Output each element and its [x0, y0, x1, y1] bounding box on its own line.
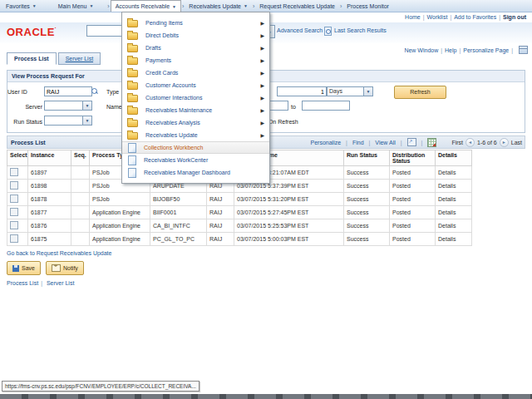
menu-item-credit-cards[interactable]: Credit Cards▶: [122, 66, 269, 79]
process-name-link[interactable]: BIJOBF50: [150, 193, 207, 206]
menu-item-customer-accounts[interactable]: Customer Accounts▶: [122, 79, 269, 91]
previous-page-icon[interactable]: ◂: [466, 138, 475, 147]
advanced-search-link[interactable]: Advanced Search: [277, 27, 323, 33]
row-select-checkbox[interactable]: [10, 168, 18, 176]
worklist-link[interactable]: Worklist: [427, 14, 448, 20]
menu-item-payments[interactable]: Payments▶: [122, 54, 269, 66]
pagination-first-label: First: [451, 140, 463, 145]
instance-to-input[interactable]: [302, 101, 350, 111]
breadcrumb-separator: ›: [340, 3, 342, 9]
menu-item-receivables-analysis[interactable]: Receivables Analysis▶: [122, 116, 269, 129]
sign-out-link[interactable]: Sign out: [503, 14, 526, 20]
submenu-arrow-icon: ▶: [260, 70, 264, 76]
details-link[interactable]: Details: [436, 206, 472, 219]
personalize-link[interactable]: Personalize: [311, 140, 342, 145]
view-all-link[interactable]: View All: [375, 140, 395, 145]
process-monitor-page: Favorites▼ Main Menu▼ › Accounts Receiva…: [0, 0, 532, 399]
details-link[interactable]: Details: [436, 180, 472, 193]
row-select-checkbox[interactable]: [10, 221, 18, 229]
server-label: Server: [7, 104, 42, 110]
help-link[interactable]: Help: [445, 47, 456, 53]
next-page-icon[interactable]: ▸: [500, 138, 509, 147]
last-value-input[interactable]: [277, 86, 327, 96]
menu-item-receivables-manager-dashboard[interactable]: Receivables Manager Dashboard: [122, 166, 269, 179]
http-window-icon[interactable]: [519, 46, 528, 54]
add-to-favorites-link[interactable]: Add to Favorites: [454, 14, 496, 20]
page-bar: New Window| Help| Personalize Page|: [404, 46, 528, 54]
find-link[interactable]: Find: [352, 140, 364, 145]
folder-icon: [127, 20, 138, 27]
tab-process-list[interactable]: Process List: [7, 52, 57, 65]
server-list-link[interactable]: Server List: [47, 280, 74, 286]
home-link[interactable]: Home: [405, 14, 421, 20]
breadcrumb-favorites[interactable]: Favorites▼: [2, 0, 41, 12]
breadcrumb-process-monitor[interactable]: Process Monitor: [342, 0, 393, 12]
chevron-down-icon: ▼: [172, 4, 176, 9]
last-search-results-link[interactable]: Last Search Results: [334, 27, 387, 33]
row-select-checkbox[interactable]: [10, 181, 18, 190]
menu-item-receivables-update[interactable]: Receivables Update▶: [122, 129, 269, 141]
menu-item-direct-debits[interactable]: Direct Debits▶: [122, 29, 269, 42]
grid-title: Process List: [7, 140, 46, 145]
menu-item-collections-workbench[interactable]: Collections Workbench: [122, 141, 269, 154]
personalize-page-link[interactable]: Personalize Page: [463, 47, 509, 53]
select-arrow-icon: ▼: [363, 87, 372, 96]
notify-envelope-icon: [52, 264, 61, 272]
chevron-down-icon: ▼: [89, 3, 93, 8]
menu-item-receivables-maintenance[interactable]: Receivables Maintenance▶: [122, 104, 269, 116]
select-arrow-icon: ▼: [82, 116, 91, 125]
row-select-checkbox[interactable]: [10, 195, 18, 203]
row-select-checkbox[interactable]: [10, 208, 18, 216]
notify-button[interactable]: Notify: [46, 261, 84, 275]
header-links: Home| Worklist| Add to Favorites| Sign o…: [405, 14, 526, 20]
breadcrumb-main-menu[interactable]: Main Menu▼: [54, 0, 98, 12]
lookup-icon[interactable]: [91, 88, 98, 95]
table-row: 61875 Application EnginePC_GL_TO_PC RAIJ…: [7, 233, 472, 246]
row-select-checkbox[interactable]: [10, 234, 18, 243]
menu-item-drafts[interactable]: Drafts▶: [122, 42, 269, 54]
folder-icon: [127, 132, 138, 140]
folder-icon: [127, 82, 138, 90]
go-back-link[interactable]: Go back to Request Receivables Update: [7, 250, 111, 256]
action-buttons: Save Notify: [7, 261, 84, 275]
table-row: 61877 Application EngineBIIF0001 RAIJ03/…: [7, 206, 472, 219]
pagination-last-label: Last: [511, 140, 522, 145]
details-link[interactable]: Details: [436, 193, 472, 206]
menu-item-pending-items[interactable]: Pending Items▶: [122, 17, 269, 29]
oracle-logo: ORACLE▪: [7, 26, 57, 38]
submenu-arrow-icon: ▶: [260, 57, 264, 63]
new-window-link[interactable]: New Window: [404, 47, 438, 53]
to-label: to: [291, 104, 296, 110]
zoom-grid-icon[interactable]: [407, 138, 416, 146]
process-list-link[interactable]: Process List: [7, 280, 38, 286]
menu-item-customer-interactions[interactable]: Customer Interactions▶: [122, 91, 269, 104]
server-select[interactable]: ▼: [44, 101, 92, 111]
details-link[interactable]: Details: [436, 219, 472, 233]
run-status-select[interactable]: ▼: [44, 116, 92, 126]
user-id-input[interactable]: [44, 86, 92, 96]
save-button[interactable]: Save: [7, 261, 41, 275]
taskbar-strip: [0, 394, 532, 399]
chevron-down-icon: ▼: [32, 3, 37, 8]
bottom-links: Process List| Server List: [7, 280, 74, 286]
download-to-excel-icon[interactable]: [427, 138, 436, 147]
folder-icon: [127, 107, 138, 115]
breadcrumb-request-receivables-update[interactable]: Request Receivables Update: [255, 0, 339, 12]
details-link[interactable]: Details: [436, 233, 472, 246]
submenu-arrow-icon: ▶: [260, 32, 264, 38]
user-id-label: User ID: [7, 89, 42, 95]
details-link[interactable]: Details: [436, 166, 472, 180]
submenu-arrow-icon: ▶: [260, 20, 264, 26]
days-select[interactable]: Days▼: [327, 86, 373, 96]
menu-item-receivables-workcenter[interactable]: Receivables WorkCenter: [122, 154, 269, 166]
breadcrumb-accounts-receivable[interactable]: Accounts Receivable▼: [111, 0, 181, 12]
folder-icon: [127, 32, 138, 40]
refresh-button[interactable]: Refresh: [394, 86, 446, 99]
breadcrumb-separator: ›: [182, 3, 184, 9]
breadcrumb-receivables-update[interactable]: Receivables Update▼: [185, 0, 252, 12]
save-disk-icon: [12, 265, 19, 272]
tab-server-list[interactable]: Server List: [58, 52, 101, 65]
table-row: 61876 Application EngineCA_BI_INTFC RAIJ…: [7, 219, 472, 233]
chevron-down-icon: ▼: [244, 3, 248, 8]
status-url-tooltip: https://fms-cnv.ps.sc.edu/psp/FCNV/EMPLO…: [2, 381, 200, 392]
